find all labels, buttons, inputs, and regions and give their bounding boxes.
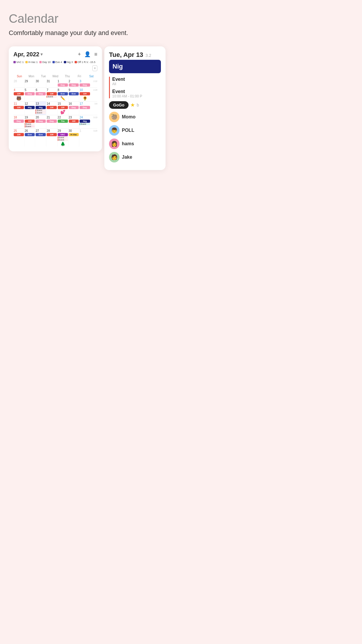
day-num: 30 [69, 129, 79, 132]
shift-badge: Day [25, 92, 35, 95]
day-24-sat[interactable]: 24 Nig Event [79, 115, 90, 128]
legend-add-button[interactable]: + [92, 65, 97, 71]
profile-icon[interactable]: 👤 [84, 51, 91, 57]
event-badge-1: Event [25, 123, 35, 125]
week-4-count: 3.13 [90, 115, 97, 128]
day-16-fri[interactable]: 16 Day [68, 102, 80, 115]
day-3-sat[interactable]: 3 Day [79, 79, 90, 88]
day-29-mon[interactable]: 29 [24, 79, 36, 88]
legend-day: Day 10 [39, 61, 51, 64]
day-8-thu[interactable]: 8 Eve ✏️ [57, 88, 68, 101]
day-5-mon[interactable]: 5 Day [24, 88, 36, 101]
day-4-sun[interactable]: 4 Off 🐻 [13, 88, 24, 101]
day-num: 16 [69, 102, 79, 105]
legend-off: Off 1 R.V. -15.5 [75, 61, 96, 64]
shift-badge: Nig [25, 106, 35, 109]
event-badge-2: Event [58, 139, 68, 141]
avatar-jake: 🧑 [109, 152, 120, 162]
day-9-fri[interactable]: 9 Eve [68, 88, 80, 101]
shift-badge: Off [80, 92, 90, 95]
day-28-sun[interactable]: 28 [13, 79, 24, 88]
week-4-days: 18 Day 19 Off Event Event 20 Day 21 [13, 115, 90, 128]
star-icon[interactable]: ★ [130, 102, 135, 108]
day-23-fri[interactable]: 23 Off [68, 115, 80, 128]
shift-badge: Eve [69, 92, 79, 95]
cal-month-title[interactable]: Apr, 2022 ▾ [13, 51, 43, 58]
user-row-jake[interactable]: 🧑 Jake [109, 152, 161, 162]
day-num: 30 [36, 80, 46, 83]
legend-vac: VAC 1 [13, 61, 24, 64]
more-label: b [137, 103, 139, 107]
day-26-mon[interactable]: 26 Eve [24, 129, 36, 147]
gogo-tag[interactable]: GoGo [109, 101, 129, 109]
shift-badge: Day [47, 120, 57, 123]
legend-vac-dot [13, 61, 16, 63]
day-14-wed[interactable]: 14 Off [46, 102, 57, 115]
day-11-sun[interactable]: 11 Off [13, 102, 24, 115]
sticker-tree: 🌲 [58, 141, 68, 146]
shift-badge: Off [25, 120, 35, 123]
week-3-count: 3.6 [90, 102, 97, 115]
shift-badge: Off [14, 106, 24, 109]
day-30-fri[interactable]: 30 H-Vac [68, 129, 80, 147]
day-num: 7 [47, 88, 57, 92]
week-2: 4 Off 🐻 5 Day 6 Day 7 Off [13, 88, 97, 102]
day-18-sun[interactable]: 18 Day [13, 115, 24, 128]
week-1-count: 2.22 [90, 79, 97, 88]
day-6-tue[interactable]: 6 Day [35, 88, 46, 101]
day-num: 1 [58, 80, 68, 83]
legend-eve-dot [52, 61, 55, 63]
shift-badge: Off [47, 92, 57, 95]
day-10-sat[interactable]: 10 Off 🌻 [79, 88, 90, 101]
day-25-sun[interactable]: 25 Off [13, 129, 24, 147]
day-7-wed[interactable]: 7 Off Event [46, 88, 57, 101]
day-27-tue[interactable]: 27 Eve [35, 129, 46, 147]
day-1-next[interactable]: 1 [79, 129, 90, 147]
add-event-button[interactable]: + [78, 51, 81, 57]
week-2-days: 4 Off 🐻 5 Day 6 Day 7 Off [13, 88, 90, 101]
day-22-thu[interactable]: 22 Tra [57, 115, 68, 128]
event-badge: Event [47, 96, 57, 98]
app-subtitle: Comfortably manage your duty and event. [9, 29, 172, 38]
shift-badge: Day [14, 120, 24, 123]
day-15-thu[interactable]: 15 Off 💕 [57, 102, 68, 115]
shift-badge: Day [69, 106, 79, 109]
shift-badge: Eve [36, 133, 46, 136]
week-5: 25 Off 26 Eve 27 Eve 28 Off [13, 129, 97, 147]
user-row-poll[interactable]: 👦 POLL [109, 125, 161, 136]
day-28-wed[interactable]: 28 Off [46, 129, 57, 147]
day-num: 27 [36, 129, 46, 132]
legend-hvac-dot [25, 61, 28, 63]
day-num: 13 [36, 102, 46, 105]
day-num: 21 [47, 116, 57, 119]
day-29-thu[interactable]: 29 VAC Event Event 🌲 [57, 129, 68, 147]
event-item-2[interactable]: Event 10:00 AM - 01:00 P [112, 89, 161, 98]
shift-block: Nig [109, 60, 161, 73]
day-19-mon[interactable]: 19 Off Event Event [24, 115, 36, 128]
day-12-mon[interactable]: 12 Nig [24, 102, 36, 115]
day-num: 28 [14, 80, 24, 83]
day-31-wed[interactable]: 31 [46, 79, 57, 88]
legend-eve-label: Eve 4 [55, 61, 62, 64]
app-title: Calendar [9, 12, 172, 26]
day-2-fri[interactable]: 2 Day [68, 79, 80, 88]
panels-row: Apr, 2022 ▾ + 👤 ≡ VAC 1 H-Vac 1 [9, 46, 172, 170]
shift-badge: Off [58, 106, 68, 109]
shift-badge: Tra [58, 120, 68, 123]
event-item-1[interactable]: Event All [112, 77, 161, 86]
user-row-hams[interactable]: 👩 hams [109, 139, 161, 149]
day-21-wed[interactable]: 21 Day [46, 115, 57, 128]
right-date-header: Tue, Apr 13 3.2 [109, 51, 161, 59]
event-title-1: Event [112, 77, 161, 82]
day-name-fri: Fri [73, 74, 85, 78]
day-30-tue[interactable]: 30 [35, 79, 46, 88]
day-20-tue[interactable]: 20 Day [35, 115, 46, 128]
day-1-thu[interactable]: 1 Day [57, 79, 68, 88]
shift-badge: Off [47, 133, 57, 136]
legend-eve: Eve 4 [52, 61, 62, 64]
day-17-sat[interactable]: 17 Day [79, 102, 90, 115]
user-row-momo[interactable]: 🦥 Momo [109, 112, 161, 122]
menu-icon[interactable]: ≡ [94, 51, 97, 57]
legend-off-label: Off 1 R.V. -15.5 [78, 61, 96, 64]
day-13-tue[interactable]: 13 Nig Event Event [35, 102, 46, 115]
